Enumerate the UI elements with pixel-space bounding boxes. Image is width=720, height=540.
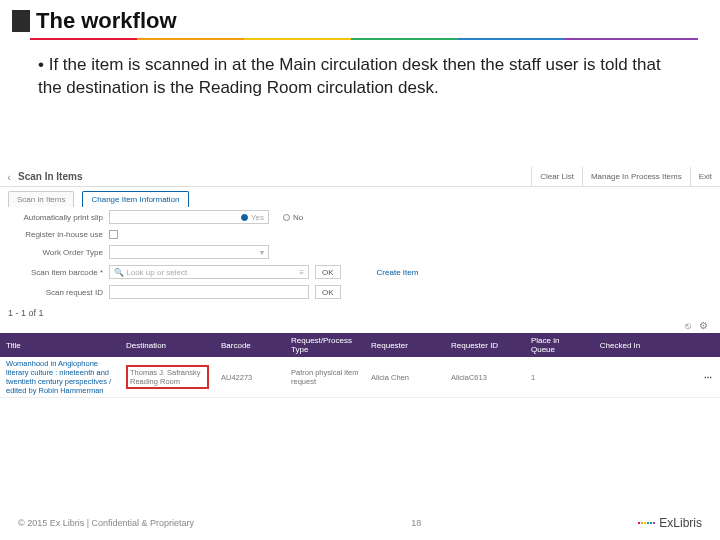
print-slip-yes-radio[interactable]: Yes: [109, 210, 269, 224]
row-destination: Thomas J. Safransky Reading Room: [120, 363, 215, 391]
col-checked-in: Checked In: [585, 339, 655, 352]
row-actions-icon[interactable]: ⋯: [704, 373, 714, 382]
inhouse-row: Register in-house use: [0, 227, 720, 242]
exlibris-logo: ExLibris: [638, 516, 702, 530]
col-title: Title: [0, 339, 120, 352]
footer-copyright: © 2015 Ex Libris | Confidential & Propri…: [18, 518, 194, 528]
tab-change-item-info[interactable]: Change Item Information: [82, 191, 188, 207]
row-rptype: Patron physical item request: [285, 366, 365, 388]
slide-footer: © 2015 Ex Libris | Confidential & Propri…: [0, 516, 720, 530]
toolbar-icons: ⎋ ⚙: [0, 320, 720, 333]
create-item-link[interactable]: Create Item: [377, 268, 419, 277]
title-accent-box: [12, 10, 30, 32]
screenshot-header: ‹ Scan In Items Clear List Manage In Pro…: [0, 167, 720, 187]
slide-title-row: The workflow: [0, 0, 720, 34]
tabs: Scan in Items Change Item Information: [0, 187, 720, 207]
clear-list-button[interactable]: Clear List: [531, 167, 582, 187]
logo-text: ExLibris: [659, 516, 702, 530]
table-header: Title Destination Barcode Request/Proces…: [0, 333, 720, 357]
export-icon[interactable]: ⎋: [685, 320, 691, 331]
request-ok-button[interactable]: OK: [315, 285, 341, 299]
work-order-select[interactable]: ▾: [109, 245, 269, 259]
col-requester: Requester: [365, 339, 445, 352]
work-order-label: Work Order Type: [8, 248, 103, 257]
row-checked-in: [585, 375, 655, 379]
barcode-row: Scan item barcode * 🔍 Look up or select≡…: [0, 262, 720, 282]
col-barcode: Barcode: [215, 339, 285, 352]
barcode-ok-button[interactable]: OK: [315, 265, 341, 279]
row-title[interactable]: Womanhood in Anglophone literary culture…: [0, 357, 120, 397]
tab-scan-in-items[interactable]: Scan in Items: [8, 191, 74, 207]
print-slip-label: Automatically print slip: [8, 213, 103, 222]
col-requester-id: Requester ID: [445, 339, 525, 352]
row-barcode: AU42273: [215, 371, 285, 384]
manage-in-process-button[interactable]: Manage In Process Items: [582, 167, 690, 187]
row-requester: Alicia Chen: [365, 371, 445, 384]
request-row: Scan request ID OK: [0, 282, 720, 302]
logo-bars-icon: [638, 522, 655, 524]
row-requester-id: AliciaC613: [445, 371, 525, 384]
col-place: Place in Queue: [525, 334, 585, 356]
back-icon[interactable]: ‹: [0, 171, 18, 183]
app-screenshot: ‹ Scan In Items Clear List Manage In Pro…: [0, 167, 720, 398]
inhouse-checkbox[interactable]: [109, 230, 118, 239]
inhouse-label: Register in-house use: [8, 230, 103, 239]
print-slip-no-radio[interactable]: No: [283, 213, 303, 222]
barcode-label: Scan item barcode *: [8, 268, 103, 277]
chevron-down-icon: ▾: [260, 248, 264, 257]
print-slip-row: Automatically print slip Yes No: [0, 207, 720, 227]
work-order-row: Work Order Type ▾: [0, 242, 720, 262]
col-rptype: Request/Process Type: [285, 334, 365, 356]
slide-title: The workflow: [36, 8, 177, 34]
barcode-input[interactable]: 🔍 Look up or select≡: [109, 265, 309, 279]
exit-button[interactable]: Exit: [690, 167, 720, 187]
request-label: Scan request ID: [8, 288, 103, 297]
bullet-text: If the item is scanned in at the Main ci…: [0, 40, 720, 100]
gear-icon[interactable]: ⚙: [699, 320, 708, 331]
list-icon[interactable]: ≡: [299, 268, 304, 277]
row-place: 1: [525, 371, 585, 384]
request-input[interactable]: [109, 285, 309, 299]
table-row: Womanhood in Anglophone literary culture…: [0, 357, 720, 398]
destination-highlight: Thomas J. Safransky Reading Room: [126, 365, 209, 389]
screenshot-title: Scan In Items: [18, 171, 82, 182]
footer-page: 18: [194, 518, 638, 528]
col-destination: Destination: [120, 339, 215, 352]
result-count: 1 - 1 of 1: [0, 302, 720, 320]
